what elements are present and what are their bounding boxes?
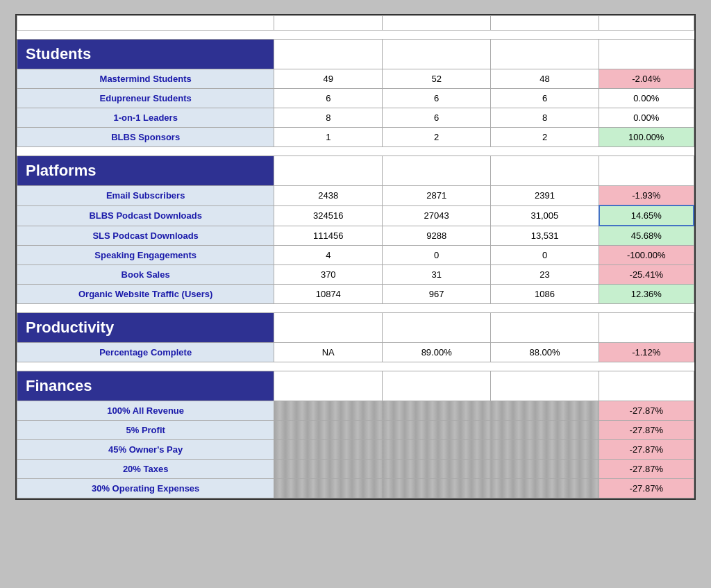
jan-value: 31,005 xyxy=(491,205,599,226)
pct-value: -27.87% xyxy=(599,440,694,460)
section-label-students: Students xyxy=(17,40,274,69)
jan-value: 48 xyxy=(491,69,599,89)
monthly-value: 31 xyxy=(383,265,491,285)
row-label: 5% Profit xyxy=(17,421,274,440)
pct-value: -27.87% xyxy=(599,401,694,421)
eoy-value xyxy=(274,479,383,498)
section-label-platforms: Platforms xyxy=(17,156,274,186)
table-row: Organic Website Traffic (Users) 10874 96… xyxy=(17,285,694,304)
pct-value: -1.12% xyxy=(599,343,694,362)
eoy-value xyxy=(274,440,383,460)
eoy-value: 324516 xyxy=(274,205,383,226)
row-label: Mastermind Students xyxy=(17,69,274,89)
eoy-value xyxy=(274,401,383,421)
table-row: BLBS Sponsors 1 2 2 100.00% xyxy=(17,128,694,147)
row-label: Email Subscribers xyxy=(17,186,274,206)
eoy-value: 8 xyxy=(274,108,383,128)
row-label: Edupreneur Students xyxy=(17,89,274,108)
table-row: Edupreneur Students 6 6 6 0.00% xyxy=(17,89,694,108)
dashboard-container: Students Mastermind Students 49 52 48 -2… xyxy=(15,14,696,500)
jan-value xyxy=(491,401,599,421)
monthly-value xyxy=(383,421,491,440)
pct-header xyxy=(599,16,694,31)
eoy-value xyxy=(274,421,383,440)
row-label: Percentage Complete xyxy=(17,343,274,362)
table-row: SLS Podcast Downloads 111456 9288 13,531… xyxy=(17,226,694,246)
jan-value: 88.00% xyxy=(491,343,599,362)
jan-value: 2 xyxy=(491,128,599,147)
eoy-total-header xyxy=(274,16,383,31)
pct-value: 0.00% xyxy=(599,108,694,128)
monthly-value: 27043 xyxy=(383,205,491,226)
section-header-productivity: Productivity xyxy=(17,313,694,343)
section-label-finances: Finances xyxy=(17,371,274,401)
table-row: Percentage Complete NA 89.00% 88.00% -1.… xyxy=(17,343,694,362)
monthly-value: 89.00% xyxy=(383,343,491,362)
pct-value: -25.41% xyxy=(599,265,694,285)
row-label: 20% Taxes xyxy=(17,460,274,479)
jan-value: 2391 xyxy=(491,186,599,206)
table-row: Mastermind Students 49 52 48 -2.04% xyxy=(17,69,694,89)
eoy-value: 49 xyxy=(274,69,383,89)
monthly-value: 2 xyxy=(383,128,491,147)
row-label: Speaking Engagements xyxy=(17,246,274,265)
pct-value: -27.87% xyxy=(599,421,694,440)
jan-value: 0 xyxy=(491,246,599,265)
monthly-value: 6 xyxy=(383,108,491,128)
dashboard-title xyxy=(17,16,274,31)
row-label: Organic Website Traffic (Users) xyxy=(17,285,274,304)
row-label: 100% All Revenue xyxy=(17,401,274,421)
table-row: Speaking Engagements 4 0 0 -100.00% xyxy=(17,246,694,265)
eoy-value: 10874 xyxy=(274,285,383,304)
monthly-value: 2871 xyxy=(383,186,491,206)
section-header-finances: Finances xyxy=(17,371,694,401)
eoy-value: 1 xyxy=(274,128,383,147)
jan-value: 23 xyxy=(491,265,599,285)
monthly-value xyxy=(383,460,491,479)
section-label-productivity: Productivity xyxy=(17,313,274,343)
row-label: 1-on-1 Leaders xyxy=(17,108,274,128)
table-row: Email Subscribers 2438 2871 2391 -1.93% xyxy=(17,186,694,206)
table-row: 30% Operating Expenses -27.87% xyxy=(17,479,694,498)
pct-value: -1.93% xyxy=(599,186,694,206)
table-row: 20% Taxes -27.87% xyxy=(17,460,694,479)
jan-value xyxy=(491,479,599,498)
monthly-value xyxy=(383,401,491,421)
january-header xyxy=(491,16,599,31)
eoy-value: 4 xyxy=(274,246,383,265)
monthly-value xyxy=(383,440,491,460)
pct-value: 100.00% xyxy=(599,128,694,147)
eoy-value: 2438 xyxy=(274,186,383,206)
monthly-value: 0 xyxy=(383,246,491,265)
monthly-value: 967 xyxy=(383,285,491,304)
jan-value: 8 xyxy=(491,108,599,128)
eoy-value: 6 xyxy=(274,89,383,108)
jan-value xyxy=(491,460,599,479)
eoy-value xyxy=(274,460,383,479)
eoy-value: NA xyxy=(274,343,383,362)
table-row: Book Sales 370 31 23 -25.41% xyxy=(17,265,694,285)
jan-value xyxy=(491,440,599,460)
table-row: 1-on-1 Leaders 8 6 8 0.00% xyxy=(17,108,694,128)
eoy-monthly-header xyxy=(383,16,491,31)
row-label: BLBS Sponsors xyxy=(17,128,274,147)
row-label: SLS Podcast Downloads xyxy=(17,226,274,246)
pct-value: -100.00% xyxy=(599,246,694,265)
row-label: BLBS Podcast Downloads xyxy=(17,205,274,226)
row-label: Book Sales xyxy=(17,265,274,285)
pct-value: 45.68% xyxy=(599,226,694,246)
eoy-value: 111456 xyxy=(274,226,383,246)
pct-value: 12.36% xyxy=(599,285,694,304)
pct-value: -27.87% xyxy=(599,479,694,498)
pct-value: 14.65% xyxy=(599,205,694,226)
monthly-value xyxy=(383,479,491,498)
monthly-value: 6 xyxy=(383,89,491,108)
jan-value: 1086 xyxy=(491,285,599,304)
pct-value: -2.04% xyxy=(599,69,694,89)
monthly-value: 9288 xyxy=(383,226,491,246)
pct-value: 0.00% xyxy=(599,89,694,108)
row-label: 30% Operating Expenses xyxy=(17,479,274,498)
jan-value xyxy=(491,421,599,440)
section-header-students: Students xyxy=(17,40,694,69)
jan-value: 6 xyxy=(491,89,599,108)
